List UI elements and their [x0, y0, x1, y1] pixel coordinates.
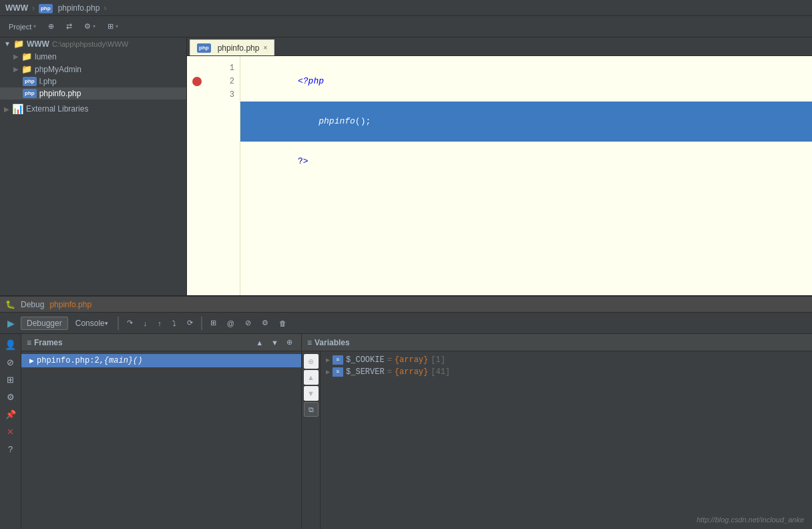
lphp-filename: l.php [39, 77, 57, 86]
new-file-button[interactable]: ⊕ [43, 20, 59, 33]
phpmyadmin-expand-icon: ▶ [13, 65, 19, 73]
phpmyadmin-label: phpMyAdmin [35, 65, 81, 74]
code-line-3: ?> [240, 142, 812, 182]
sidebar-item-external-libraries[interactable]: ▶ 📊 External Libraries [0, 102, 186, 116]
expand-arrow-icon: ▼ [4, 40, 11, 47]
php-close-tag: ?> [298, 156, 309, 166]
settings-button[interactable]: ⚙ ▾ [79, 20, 100, 33]
sync-button[interactable]: ⇄ [61, 20, 77, 33]
ext-lib-icon: 📊 [12, 104, 23, 114]
lumen-label: lumen [35, 52, 57, 61]
code-editor[interactable]: 1 2 3 <?php phpinfo(); ?> [187, 56, 812, 295]
phpinfo-semi: ; [365, 116, 371, 126]
lphp-badge: php [23, 77, 37, 86]
code-lines[interactable]: <?php phpinfo(); ?> [240, 56, 812, 295]
tab-filename: phpinfo.php [218, 43, 260, 53]
code-line-2: phpinfo(); [240, 102, 812, 142]
ext-lib-label: External Libraries [26, 104, 88, 114]
title-bar-breadcrumb: WWW › php phpinfo.php › [5, 3, 108, 13]
editor-area: php phpinfo.php × 1 2 3 [187, 37, 812, 295]
line-numbers: 1 2 3 [207, 56, 240, 295]
folder-icon: 📁 [13, 39, 24, 49]
breakpoint-icon [192, 77, 202, 86]
www-label: WWW [27, 39, 49, 49]
sidebar-item-phpinfo[interactable]: php phpinfo.php [0, 87, 186, 100]
sidebar-item-phpmyadmin[interactable]: ▶ 📁 phpMyAdmin [0, 63, 186, 75]
main-toolbar: Project ▾ ⊕ ⇄ ⚙ ▾ ⊞ ▾ [0, 16, 812, 37]
tab-close-button[interactable]: × [263, 45, 267, 51]
sidebar-item-lumen[interactable]: ▶ 📁 lumen [0, 50, 186, 63]
lumen-expand-icon: ▶ [13, 53, 19, 60]
gutter-cell-1 [187, 61, 207, 75]
php-open-tag: <?php [298, 76, 324, 86]
www-path: C:\app\phpstudy\WWW [52, 40, 128, 48]
settings-icon: ⚙ [84, 22, 91, 31]
sidebar-item-l-php[interactable]: php l.php [0, 75, 186, 87]
project-dropdown-button[interactable]: Project ▾ [4, 21, 41, 33]
layout-icon: ⊞ [108, 22, 114, 31]
main-container: ▼ 📁 WWW C:\app\phpstudy\WWW ▶ 📁 lumen ▶ … [0, 37, 812, 295]
editor-tab-phpinfo[interactable]: php phpinfo.php × [190, 39, 274, 55]
layout-button[interactable]: ⊞ ▾ [103, 20, 123, 33]
editor-tab-bar: php phpinfo.php × [187, 37, 812, 56]
dropdown-arrow-icon: ▾ [33, 23, 36, 29]
phpinfo-filename: phpinfo.php [39, 89, 81, 98]
code-line-1: <?php [240, 61, 812, 102]
phpinfo-badge: php [23, 89, 37, 98]
line-num-3: 3 [207, 88, 240, 102]
code-indent [298, 116, 319, 126]
settings-arrow-icon: ▾ [93, 23, 95, 29]
sync-icon: ⇄ [66, 22, 72, 31]
title-phpicon: php [39, 3, 55, 13]
breadcrumb-sep-2: › [104, 3, 106, 13]
phpinfo-call: phpinfo [319, 116, 355, 126]
breadcrumb-sep-1: › [32, 3, 35, 13]
editor-gutter [187, 56, 207, 295]
title-www: WWW [5, 3, 28, 13]
tab-php-badge: php [197, 43, 211, 53]
layout-arrow-icon: ▾ [116, 23, 118, 29]
ext-lib-expand-icon: ▶ [4, 106, 9, 113]
project-label: Project [9, 23, 31, 31]
title-filename: phpinfo.php [58, 3, 100, 13]
gutter-cell-2 [187, 75, 207, 88]
sidebar-item-www-root[interactable]: ▼ 📁 WWW C:\app\phpstudy\WWW [0, 37, 186, 50]
phpmyadmin-folder-icon: 📁 [21, 64, 32, 74]
new-icon: ⊕ [48, 22, 54, 31]
title-bar: WWW › php phpinfo.php › [0, 0, 812, 16]
lumen-folder-icon: 📁 [21, 51, 32, 61]
project-sidebar: ▼ 📁 WWW C:\app\phpstudy\WWW ▶ 📁 lumen ▶ … [0, 37, 187, 295]
line-num-1: 1 [207, 61, 240, 75]
gutter-cell-3 [187, 88, 207, 102]
phpinfo-parens: () [355, 116, 366, 126]
line-num-2: 2 [207, 75, 240, 88]
